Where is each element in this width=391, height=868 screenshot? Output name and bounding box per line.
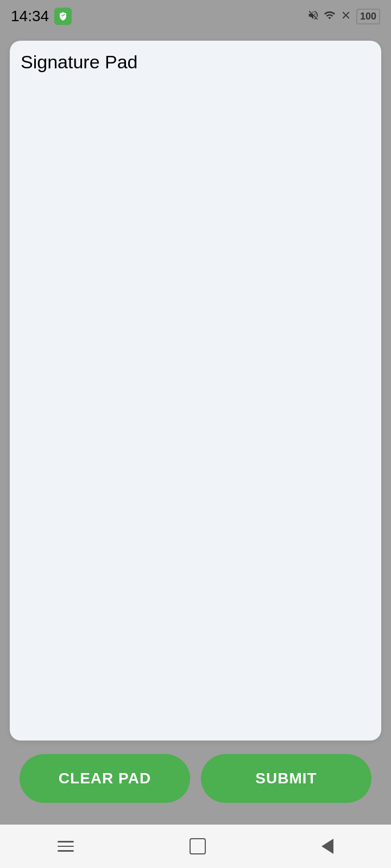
back-icon[interactable] [321, 839, 333, 854]
shield-icon [54, 8, 72, 25]
bottom-navigation [0, 825, 391, 868]
battery-warning-icon [340, 9, 352, 24]
mute-icon [307, 9, 319, 24]
status-bar: 14:34 [0, 0, 391, 33]
signature-pad-title: Signature Pad [21, 52, 370, 73]
status-time: 14:34 [11, 8, 49, 25]
battery-indicator: 100 [356, 9, 380, 24]
status-icons: 100 [307, 9, 380, 24]
status-bar-left: 14:34 [11, 8, 72, 25]
menu-icon[interactable] [58, 841, 74, 852]
status-bar-right: 100 [307, 9, 380, 24]
submit-button[interactable]: SUBMIT [201, 754, 371, 803]
buttons-area: CLEAR PAD SUBMIT [10, 741, 381, 816]
wifi-icon [324, 9, 336, 24]
main-content: Signature Pad CLEAR PAD SUBMIT [0, 33, 391, 825]
signature-card: Signature Pad [10, 41, 381, 741]
clear-pad-button[interactable]: CLEAR PAD [20, 754, 190, 803]
home-icon[interactable] [190, 838, 206, 854]
battery-level: 100 [360, 11, 376, 22]
signature-canvas[interactable] [21, 78, 370, 724]
